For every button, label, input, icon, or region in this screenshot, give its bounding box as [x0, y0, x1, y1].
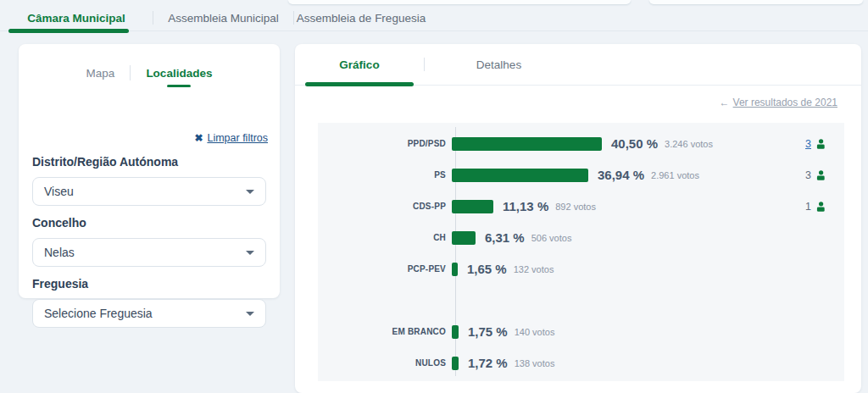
clear-filters-link[interactable]: ✖ Limpar filtros	[194, 132, 268, 144]
votes-count: 138 votos	[515, 358, 555, 368]
result-bar	[452, 357, 459, 370]
tab-localidades[interactable]: Localidades	[146, 67, 212, 80]
party-label: CH	[318, 233, 451, 242]
result-bar	[452, 263, 458, 276]
concelho-select[interactable]: Nelas	[32, 238, 266, 267]
votes-count: 2.961 votos	[651, 170, 699, 180]
filters-card: Mapa Localidades ✖ Limpar filtros Distri…	[19, 44, 280, 298]
chart-row: CDS-PP11,13 %892 votos1	[318, 191, 844, 222]
chevron-down-icon	[246, 190, 254, 194]
seats-indicator: 1	[805, 201, 826, 213]
map-localities-tabbar: Mapa Localidades	[19, 65, 280, 80]
party-label: PCP-PEV	[318, 264, 451, 274]
chart-row: PCP-PEV1,65 %132 votos	[318, 253, 844, 285]
active-tab-underline	[8, 29, 129, 33]
percent-value: 11,13 %	[503, 199, 548, 213]
seats-count: 1	[805, 201, 811, 213]
tab-detalhes[interactable]: Detalhes	[425, 58, 573, 71]
active-tab-underline	[305, 82, 414, 86]
person-icon	[815, 138, 826, 150]
chart-row: PS36,94 %2.961 votos3	[318, 159, 844, 191]
votes-count: 140 votos	[515, 327, 555, 337]
clear-filters-label: Limpar filtros	[207, 132, 268, 144]
party-label: EM BRANCO	[318, 327, 451, 336]
freguesia-label: Freguesia	[32, 277, 266, 291]
tab-label: Câmara Municipal	[27, 12, 125, 25]
tab-label: Assembleia de Freguesia	[297, 12, 426, 25]
percent-value: 6,31 %	[485, 230, 525, 245]
percent-value: 1,65 %	[467, 262, 507, 276]
tab-camara-municipal[interactable]: Câmara Municipal	[0, 6, 153, 30]
result-bar	[452, 231, 476, 245]
results-bar-chart: PPD/PSD40,50 %3.246 votos3PS36,94 %2.961…	[318, 123, 844, 381]
close-icon: ✖	[194, 132, 203, 144]
votes-count: 506 votos	[531, 233, 572, 243]
previous-results-label: Ver resultados de 2021	[733, 97, 837, 108]
previous-results-link[interactable]: ← Ver resultados de 2021	[720, 97, 837, 108]
election-body-tabbar: Câmara Municipal Assembleia Municipal As…	[0, 0, 868, 31]
tab-separator	[130, 65, 131, 80]
tab-assembleia-municipal[interactable]: Assembleia Municipal	[153, 6, 293, 30]
tab-grafico[interactable]: Gráfico	[295, 58, 424, 71]
concelho-label: Concelho	[32, 216, 266, 230]
votes-count: 3.246 votos	[665, 139, 713, 149]
percent-value: 1,72 %	[468, 356, 508, 370]
party-label: PS	[318, 170, 451, 180]
seats-indicator: 3	[805, 138, 826, 150]
votes-count: 892 votos	[555, 202, 596, 212]
tab-mapa[interactable]: Mapa	[86, 67, 115, 80]
chart-details-tabbar: Gráfico Detalhes	[295, 44, 861, 86]
seats-count[interactable]: 3	[805, 138, 811, 150]
concelho-select-value: Nelas	[44, 246, 75, 259]
person-icon	[815, 169, 826, 181]
district-select-value: Viseu	[44, 185, 74, 198]
result-bar	[452, 169, 588, 182]
result-bar	[452, 325, 459, 339]
percent-value: 36,94 %	[598, 168, 644, 182]
chart-row: EM BRANCO1,75 %140 votos	[318, 316, 844, 347]
chart-rows: PPD/PSD40,50 %3.246 votos3PS36,94 %2.961…	[318, 128, 844, 379]
seats-count: 3	[805, 169, 811, 181]
freguesia-select-value: Selecione Freguesia	[44, 307, 153, 320]
tab-assembleia-freguesia[interactable]: Assembleia de Freguesia	[294, 6, 428, 30]
tab-label: Assembleia Municipal	[168, 12, 279, 25]
chart-row: CH6,31 %506 votos	[318, 222, 844, 253]
chevron-down-icon	[246, 312, 254, 316]
party-label: CDS-PP	[318, 202, 451, 211]
votes-count: 132 votos	[514, 264, 554, 274]
chart-gap	[318, 285, 844, 316]
party-label: NULOS	[318, 358, 451, 368]
chevron-down-icon	[246, 251, 254, 255]
filter-fields: Distrito/Região Autónoma Viseu Concelho …	[32, 155, 266, 338]
percent-value: 40,50 %	[611, 136, 658, 151]
left-arrow-icon: ←	[720, 97, 730, 108]
chart-row: NULOS1,72 %138 votos	[318, 347, 844, 379]
district-select[interactable]: Viseu	[32, 177, 266, 206]
results-card: Gráfico Detalhes ← Ver resultados de 202…	[295, 44, 861, 393]
seats-indicator: 3	[805, 169, 826, 181]
percent-value: 1,75 %	[468, 324, 508, 339]
district-label: Distrito/Região Autónoma	[32, 155, 266, 169]
result-bar	[452, 200, 493, 213]
person-icon	[815, 201, 826, 213]
result-bar	[452, 137, 602, 151]
chart-row: PPD/PSD40,50 %3.246 votos3	[318, 128, 844, 159]
freguesia-select[interactable]: Selecione Freguesia	[32, 299, 266, 328]
party-label: PPD/PSD	[318, 139, 451, 148]
